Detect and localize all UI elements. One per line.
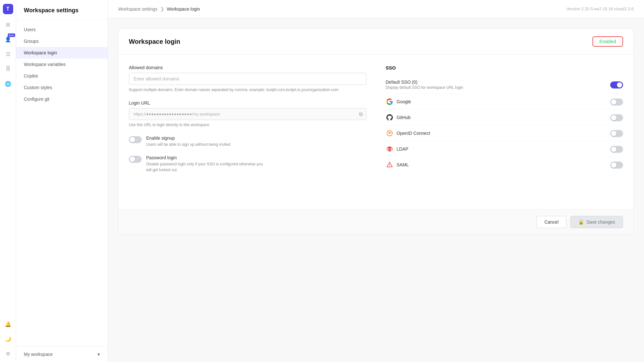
sidebar-item-custom-styles[interactable]: Custom styles bbox=[16, 82, 108, 93]
sso-openid-toggle[interactable] bbox=[610, 130, 623, 137]
password-login-description: Disable password login only if your SSO … bbox=[146, 161, 269, 173]
sidebar-item-workspace-login[interactable]: Workspace login bbox=[16, 47, 108, 59]
password-login-toggle[interactable] bbox=[129, 156, 142, 163]
sso-default-desc: Display default SSO for workspace URL lo… bbox=[386, 85, 463, 90]
version-label: Version 2.32.5-ee2.15.16-cloud2.3.6 bbox=[566, 6, 634, 11]
login-url-label: Login URL bbox=[129, 100, 366, 106]
enabled-badge-button[interactable]: Enabled bbox=[592, 36, 623, 47]
sso-saml-label: SAML bbox=[397, 162, 409, 167]
enable-signup-label: Enable signup bbox=[146, 135, 230, 141]
enable-signup-content: Enable signup Users will be able to sign… bbox=[146, 135, 230, 147]
sso-row-google: Google bbox=[386, 94, 623, 110]
main-area: Workspace settings ❯ Workspace login Ver… bbox=[108, 0, 644, 362]
allowed-domains-section: Allowed domains Support multiple domains… bbox=[129, 65, 366, 93]
database-icon[interactable]: 🗄 bbox=[4, 64, 13, 73]
breadcrumb-current: Workspace login bbox=[167, 6, 200, 12]
sidebar-item-workspace-variables[interactable]: Workspace variables bbox=[16, 59, 108, 70]
sidebar-title: Workspace settings bbox=[16, 0, 108, 20]
card-header: Workspace login Enabled bbox=[118, 29, 633, 55]
save-changes-label: Save changes bbox=[586, 219, 615, 225]
sidebar-item-groups[interactable]: Groups bbox=[16, 35, 108, 47]
ldap-icon bbox=[386, 145, 393, 153]
sso-row-saml: SAML bbox=[386, 157, 623, 172]
google-icon bbox=[386, 98, 393, 106]
sidebar-nav: Users Groups Workspace login Workspace v… bbox=[16, 20, 108, 346]
app-logo[interactable]: T bbox=[3, 4, 13, 14]
breadcrumb-root[interactable]: Workspace settings bbox=[118, 6, 157, 12]
login-url-section: Login URL ⧉ Use this URL to login direct… bbox=[129, 100, 366, 128]
moon-icon[interactable]: 🌙 bbox=[4, 334, 13, 343]
sso-row-default: Default SSO (0) Display default SSO for … bbox=[386, 76, 623, 94]
breadcrumb: Workspace settings ❯ Workspace login bbox=[118, 6, 200, 12]
beta-icon[interactable]: 👤 bbox=[4, 35, 13, 44]
content-area: Workspace login Enabled Allowed domains … bbox=[108, 18, 644, 362]
lock-icon: 🔒 bbox=[578, 219, 584, 225]
enable-signup-description: Users will be able to sign up without be… bbox=[146, 142, 230, 147]
sso-row-ldap: LDAP bbox=[386, 141, 623, 157]
login-url-input bbox=[129, 108, 366, 120]
enable-signup-toggle[interactable] bbox=[129, 136, 142, 143]
sidebar-item-users[interactable]: Users bbox=[16, 24, 108, 35]
card-title: Workspace login bbox=[129, 38, 180, 45]
sidebar-footer[interactable]: My workspace ▾ bbox=[16, 346, 108, 362]
gear-icon[interactable]: ⚙ bbox=[4, 349, 13, 358]
saml-icon bbox=[386, 161, 393, 169]
password-login-label: Password login bbox=[146, 155, 269, 160]
cancel-button[interactable]: Cancel bbox=[536, 216, 567, 228]
globe-icon[interactable]: 🌐 bbox=[4, 79, 13, 88]
grid-icon[interactable]: ⊞ bbox=[4, 20, 13, 29]
sso-ldap-label: LDAP bbox=[397, 146, 409, 152]
card-footer: Cancel 🔒 Save changes bbox=[118, 209, 633, 235]
openid-icon bbox=[386, 129, 393, 137]
password-login-content: Password login Disable password login on… bbox=[146, 155, 269, 173]
sso-google-toggle[interactable] bbox=[610, 98, 623, 106]
sidebar-item-configure-git[interactable]: Configure git bbox=[16, 93, 108, 105]
sso-row-openid: OpenID Connect bbox=[386, 125, 623, 141]
allowed-domains-label: Allowed domains bbox=[129, 65, 366, 70]
password-login-toggle-row: Password login Disable password login on… bbox=[129, 155, 366, 173]
chevron-down-icon: ▾ bbox=[98, 352, 100, 357]
topbar: Workspace settings ❯ Workspace login Ver… bbox=[108, 0, 644, 18]
breadcrumb-separator: ❯ bbox=[160, 6, 164, 12]
login-url-wrapper: ⧉ bbox=[129, 108, 366, 120]
svg-point-1 bbox=[389, 133, 390, 134]
icon-rail: T ⊞ 👤 ☰ 🗄 🌐 🔔 🌙 ⚙ bbox=[0, 0, 16, 362]
table-icon[interactable]: ☰ bbox=[4, 50, 13, 59]
svg-point-4 bbox=[389, 166, 390, 166]
allowed-domains-hint: Support multiple domains. Enter domain n… bbox=[129, 87, 366, 93]
sso-title: SSO bbox=[386, 65, 623, 70]
sso-saml-toggle[interactable] bbox=[610, 162, 623, 169]
copy-icon[interactable]: ⧉ bbox=[359, 111, 363, 117]
github-icon bbox=[386, 114, 393, 121]
login-url-hint: Use this URL to login directly to this w… bbox=[129, 122, 366, 128]
allowed-domains-input[interactable] bbox=[129, 73, 366, 85]
card-body: Allowed domains Support multiple domains… bbox=[118, 55, 633, 209]
save-changes-button[interactable]: 🔒 Save changes bbox=[570, 216, 623, 228]
sso-default-label: Default SSO (0) bbox=[386, 79, 463, 85]
sso-row-github: GitHub bbox=[386, 110, 623, 125]
left-column: Allowed domains Support multiple domains… bbox=[129, 65, 366, 199]
workspace-name: My workspace bbox=[24, 352, 52, 357]
sso-ldap-toggle[interactable] bbox=[610, 146, 623, 153]
sidebar: Workspace settings Users Groups Workspac… bbox=[16, 0, 108, 362]
sso-google-label: Google bbox=[397, 99, 411, 104]
sidebar-item-copilot[interactable]: Copilot bbox=[16, 70, 108, 82]
sso-default-toggle[interactable] bbox=[610, 81, 623, 88]
sso-github-label: GitHub bbox=[397, 115, 411, 120]
sso-github-toggle[interactable] bbox=[610, 114, 623, 121]
bell-icon[interactable]: 🔔 bbox=[4, 320, 13, 329]
enable-signup-toggle-row: Enable signup Users will be able to sign… bbox=[129, 135, 366, 147]
workspace-login-card: Workspace login Enabled Allowed domains … bbox=[118, 28, 634, 235]
right-column: SSO Default SSO (0) Display default SSO … bbox=[386, 65, 623, 199]
sso-openid-label: OpenID Connect bbox=[397, 131, 430, 136]
